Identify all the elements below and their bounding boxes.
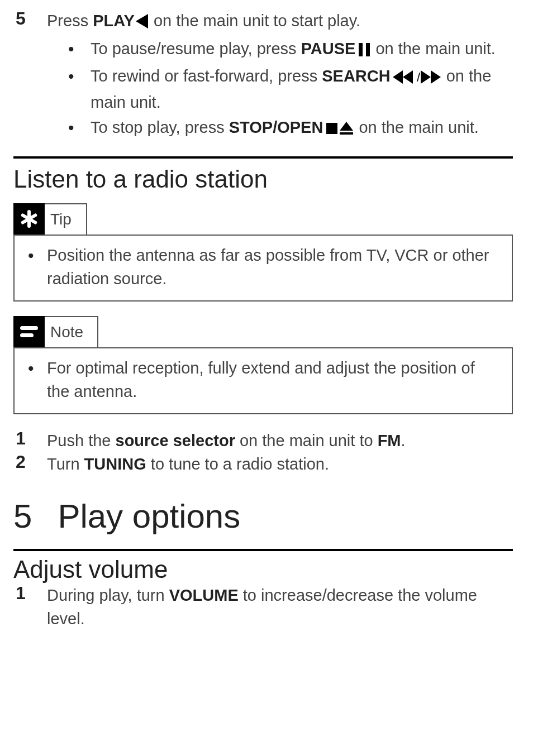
- bold-text: PAUSE: [301, 40, 356, 58]
- bold-text: source selector: [116, 432, 235, 449]
- instruction-step-5: 5 Press PLAY on the main unit to start p…: [13, 9, 513, 144]
- list-item: Position the antenna as far as possible …: [27, 243, 499, 290]
- instruction-step-1-volume: 1 During play, turn VOLUME to increase/d…: [13, 583, 513, 630]
- list-item: To rewind or fast-forward, press SEARCH …: [68, 64, 513, 114]
- text-fragment: To rewind or fast-forward, press: [91, 67, 322, 85]
- callout-body: For optimal reception, fully extend and …: [13, 347, 513, 414]
- search-rewind-forward-icon: /: [393, 66, 441, 90]
- bold-text: TUNING: [84, 455, 146, 473]
- text-fragment: Push the: [47, 432, 116, 449]
- instruction-step-1-radio: 1 Push the source selector on the main u…: [13, 429, 513, 452]
- svg-rect-10: [340, 132, 353, 135]
- text-fragment: on the main unit to start play.: [149, 12, 360, 30]
- svg-marker-6: [421, 70, 431, 84]
- step-number: 1: [13, 583, 47, 603]
- tip-asterisk-icon: [13, 203, 45, 235]
- step-number: 1: [13, 429, 47, 448]
- text-fragment: Turn: [47, 455, 84, 473]
- callout-title: Tip: [50, 210, 72, 228]
- section-heading-radio: Listen to a radio station: [13, 165, 513, 193]
- chapter-title: Play options: [58, 497, 240, 535]
- callout-header: Note: [13, 316, 513, 347]
- step-text: During play, turn VOLUME to increase/dec…: [47, 583, 513, 630]
- step-text: Turn TUNING to tune to a radio station.: [47, 452, 513, 476]
- text-fragment: To stop play, press: [91, 118, 229, 136]
- list-item: For optimal reception, fully extend and …: [27, 356, 499, 403]
- text-fragment: on the main unit.: [354, 118, 478, 136]
- step-text: Push the source selector on the main uni…: [47, 429, 513, 452]
- bold-text: STOP/OPEN: [229, 118, 323, 136]
- pause-icon: [359, 39, 370, 63]
- svg-marker-3: [393, 70, 403, 84]
- sub-bullet-list: To pause/resume play, press PAUSE on the…: [47, 37, 513, 142]
- svg-rect-8: [326, 123, 337, 134]
- text-fragment: on the main unit.: [371, 40, 495, 58]
- note-lines-icon: [13, 316, 45, 347]
- bold-text: VOLUME: [169, 586, 239, 604]
- step-number: 2: [13, 452, 47, 472]
- callout-body: Position the antenna as far as possible …: [13, 235, 513, 302]
- bold-text: PLAY: [93, 12, 135, 30]
- section-divider: [13, 549, 513, 551]
- instruction-step-2-radio: 2 Turn TUNING to tune to a radio station…: [13, 452, 513, 476]
- text-fragment: Press: [47, 12, 93, 30]
- stop-eject-icon: [326, 118, 353, 142]
- text-fragment: to tune to a radio station.: [146, 455, 329, 473]
- list-item: To pause/resume play, press PAUSE on the…: [68, 37, 513, 63]
- callout-title-cell: Tip: [45, 203, 87, 235]
- svg-marker-4: [403, 70, 413, 84]
- chapter-heading: 5 Play options: [13, 497, 513, 535]
- bold-text: SEARCH: [322, 67, 390, 85]
- list-item: To stop play, press STOP/OPEN on the mai…: [68, 116, 513, 142]
- svg-rect-1: [359, 43, 363, 56]
- step-text: Press PLAY on the main unit to start pla…: [47, 9, 513, 144]
- svg-marker-0: [136, 14, 148, 28]
- svg-marker-9: [340, 122, 353, 131]
- callout-header: Tip: [13, 203, 513, 235]
- chapter-number: 5: [13, 497, 32, 535]
- text-fragment: on the main unit to: [235, 432, 378, 449]
- svg-rect-15: [20, 333, 34, 337]
- callout-title: Note: [50, 323, 83, 341]
- svg-text:/: /: [417, 70, 421, 84]
- tip-callout: Tip Position the antenna as far as possi…: [13, 203, 513, 302]
- section-divider: [13, 156, 513, 159]
- play-left-icon: [136, 11, 148, 35]
- document-page: 5 Press PLAY on the main unit to start p…: [0, 0, 533, 756]
- text-fragment: .: [401, 432, 406, 449]
- text-fragment: During play, turn: [47, 586, 169, 604]
- note-callout: Note For optimal reception, fully extend…: [13, 316, 513, 414]
- bold-text: FM: [378, 432, 401, 449]
- text-fragment: To pause/resume play, press: [91, 40, 301, 58]
- step-number: 5: [13, 9, 47, 28]
- callout-title-cell: Note: [45, 316, 98, 347]
- svg-marker-7: [431, 70, 441, 84]
- svg-rect-14: [20, 326, 38, 330]
- svg-rect-2: [366, 43, 370, 56]
- section-heading-volume: Adjust volume: [13, 556, 513, 583]
